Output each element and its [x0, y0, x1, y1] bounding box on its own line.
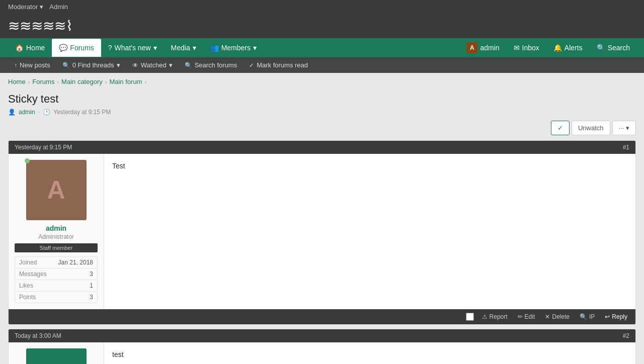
nav-media[interactable]: Media ▾ [164, 39, 203, 57]
post-1-body: A admin Administrator Staff member Joine… [9, 154, 635, 309]
admin-link[interactable]: Admin [49, 3, 68, 11]
ip-button[interactable]: 🔍 IP [578, 312, 597, 321]
breadcrumb: Home › Forums › Main category › Main for… [0, 73, 644, 90]
mark-read-button[interactable]: ✓ [551, 121, 570, 135]
post-2-body: ≡≡≡ test [9, 342, 635, 364]
post-1-header: Yesterday at 9:15 PM #1 [9, 141, 635, 154]
subnav-find-threads[interactable]: 🔍 0 Find threads ▾ [56, 57, 126, 73]
nav-alerts[interactable]: 🔔 Alerts [547, 40, 589, 56]
sub-nav: ↑ New posts 🔍 0 Find threads ▾ 👁 Watched… [0, 57, 644, 73]
edit-button[interactable]: ✏ Edit [516, 312, 537, 321]
page-title: Sticky test [8, 93, 636, 106]
subnav-new-posts[interactable]: ↑ New posts [8, 57, 56, 73]
nav-inbox[interactable]: ✉ Inbox [508, 40, 545, 56]
post-1-badge: Staff member [15, 243, 98, 252]
post-1-stats: Joined Jan 21, 2018 Messages 3 Likes 1 P… [15, 256, 98, 303]
thread-actions: ✓ Unwatch ··· ▾ [0, 121, 644, 140]
post-2-timestamp: Today at 3:00 AM [15, 332, 61, 339]
moderator-menu[interactable]: Moderator ▾ [8, 3, 43, 11]
stat-likes: Likes 1 [15, 280, 97, 292]
breadcrumb-main-forum[interactable]: Main forum [109, 78, 142, 85]
post-2-sidebar: ≡≡≡ [9, 342, 104, 364]
post-1-username[interactable]: admin [15, 224, 98, 232]
breadcrumb-home[interactable]: Home [8, 78, 26, 85]
nav-admin[interactable]: A admin [460, 38, 505, 57]
unwatch-button[interactable]: Unwatch [572, 121, 610, 135]
nav-left: 🏠 Home 💬 Forums ? What's new ▾ Media ▾ 👥… [8, 39, 264, 57]
post-1-content: Test [104, 154, 635, 309]
thread-author[interactable]: admin [19, 109, 35, 116]
more-options-button[interactable]: ··· ▾ [612, 121, 636, 135]
post-1-sidebar: A admin Administrator Staff member Joine… [9, 154, 104, 309]
user-avatar-nav: A [466, 42, 477, 53]
delete-button[interactable]: ✕ Delete [543, 312, 572, 321]
reply-button[interactable]: ↩ Reply [603, 312, 629, 321]
post-2-num: #2 [623, 332, 629, 339]
stat-points: Points 3 [15, 292, 97, 303]
online-indicator [25, 158, 30, 163]
nav-home[interactable]: 🏠 Home [8, 39, 52, 57]
post-1-num: #1 [623, 144, 629, 151]
subnav-mark-read[interactable]: ✓ Mark forums read [243, 57, 314, 73]
post-2-content: test [104, 342, 635, 364]
logo-bar: ≋≋≋≋≋⌇ [0, 14, 644, 38]
post-1: Yesterday at 9:15 PM #1 A admin Administ… [8, 140, 636, 325]
report-button[interactable]: ⚠ Report [480, 312, 510, 321]
site-logo[interactable]: ≋≋≋≋≋⌇ [8, 18, 73, 34]
post-2-header: Today at 3:00 AM #2 [9, 329, 635, 342]
post-1-checkbox[interactable] [466, 313, 474, 321]
nav-bar: 🏠 Home 💬 Forums ? What's new ▾ Media ▾ 👥… [0, 38, 644, 57]
breadcrumb-main-category[interactable]: Main category [61, 78, 103, 85]
nav-forums[interactable]: 💬 Forums [52, 39, 101, 57]
nav-right: A admin ✉ Inbox 🔔 Alerts 🔍 Search [460, 38, 636, 57]
subnav-watched[interactable]: 👁 Watched ▾ [126, 57, 179, 73]
nav-whats-new[interactable]: ? What's new ▾ [101, 39, 164, 57]
stat-joined: Joined Jan 21, 2018 [15, 257, 97, 268]
stat-messages: Messages 3 [15, 268, 97, 280]
thread-timestamp: Yesterday at 9:15 PM [53, 109, 111, 116]
post-1-footer: ⚠ Report ✏ Edit ✕ Delete 🔍 IP ↩ Reply [9, 309, 635, 324]
post-2-avatar: ≡≡≡ [26, 348, 87, 364]
nav-search[interactable]: 🔍 Search [591, 40, 636, 56]
post-1-avatar: A [26, 160, 87, 220]
post-1-timestamp: Yesterday at 9:15 PM [15, 144, 72, 151]
subnav-search-forums[interactable]: 🔍 Search forums [179, 57, 244, 73]
top-bar: Moderator ▾ Admin [0, 0, 644, 14]
breadcrumb-forums[interactable]: Forums [32, 78, 54, 85]
page-title-area: Sticky test 👤 admin · 🕐 Yesterday at 9:1… [0, 90, 644, 121]
nav-members[interactable]: 👥 Members ▾ [203, 39, 264, 57]
post-2: Today at 3:00 AM #2 ≡≡≡ test [8, 329, 636, 364]
page-meta: 👤 admin · 🕐 Yesterday at 9:15 PM [8, 109, 636, 116]
post-1-user-title: Administrator [15, 233, 98, 240]
